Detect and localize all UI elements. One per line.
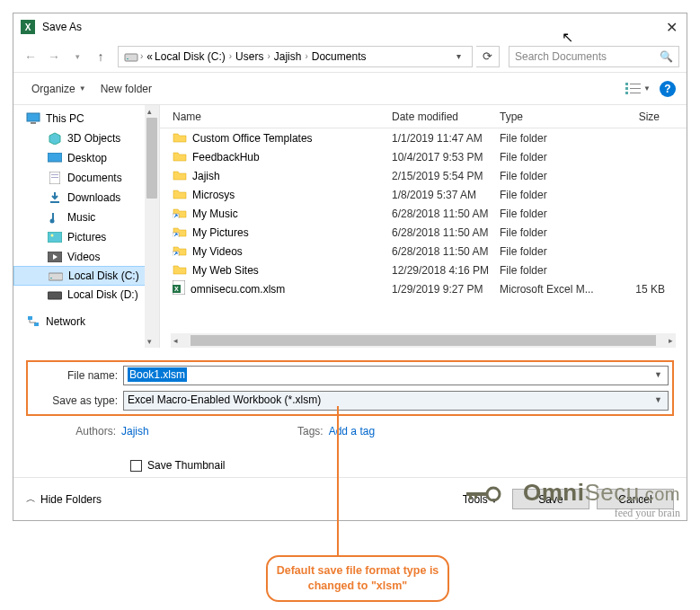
drive-icon xyxy=(49,270,63,282)
chevron-down-icon[interactable]: ▼ xyxy=(654,395,662,404)
navigation-bar: ← → ▾ ↑ « Local Disk (C:) Users Jajish D… xyxy=(13,40,687,73)
tree-this-pc[interactable]: This PC xyxy=(13,109,159,128)
desktop-icon xyxy=(48,152,62,164)
file-row[interactable]: My Web Sites12/29/2018 4:16 PMFile folde… xyxy=(160,261,687,279)
authors-value[interactable]: Jajish xyxy=(121,425,185,438)
file-name: My Web Sites xyxy=(192,264,259,277)
svg-rect-25 xyxy=(34,323,39,326)
file-name: Custom Office Templates xyxy=(192,132,313,145)
view-options-button[interactable]: ▼ xyxy=(625,79,651,99)
tree-local-disk-c[interactable]: Local Disk (C:) xyxy=(13,266,159,286)
svg-rect-34 xyxy=(469,492,472,499)
save-thumbnail-label: Save Thumbnail xyxy=(147,459,226,472)
file-list[interactable]: Name Date modified Type Size Custom Offi… xyxy=(160,105,687,348)
svg-rect-17 xyxy=(48,232,62,243)
file-type: File folder xyxy=(500,132,606,145)
hide-folders-button[interactable]: ︿ Hide Folders xyxy=(26,492,102,506)
metadata-row: Authors: Jajish Tags: Add a tag xyxy=(13,416,687,438)
svg-point-18 xyxy=(51,234,54,237)
filename-input[interactable]: Book1.xlsm▼ xyxy=(123,366,669,385)
col-size[interactable]: Size xyxy=(606,111,687,123)
drive-icon xyxy=(48,288,62,301)
new-folder-button[interactable]: New folder xyxy=(93,79,159,99)
file-date: 6/28/2018 11:50 AM xyxy=(392,245,500,258)
picture-icon xyxy=(48,231,62,243)
file-row[interactable]: Microsys1/8/2019 5:37 AMFile folder xyxy=(160,185,687,204)
file-type: File folder xyxy=(500,208,606,220)
folder-shortcut-icon xyxy=(173,225,187,240)
file-row[interactable]: My Music6/28/2018 11:50 AMFile folder xyxy=(160,204,687,223)
col-date[interactable]: Date modified xyxy=(392,111,500,123)
search-input[interactable]: Search Documents 🔍 xyxy=(509,46,679,67)
column-headers[interactable]: Name Date modified Type Size xyxy=(160,105,687,128)
folder-icon xyxy=(173,188,187,202)
cube-icon xyxy=(48,132,62,145)
save-as-dialog: Save As ✕ ← → ▾ ↑ « Local Disk (C:) User… xyxy=(13,13,687,521)
callout-line xyxy=(337,406,339,557)
file-name: My Videos xyxy=(192,245,243,258)
close-icon[interactable]: ✕ xyxy=(666,19,678,36)
tree-documents[interactable]: Documents xyxy=(13,168,159,188)
file-type: File folder xyxy=(500,245,606,258)
folder-icon xyxy=(173,263,187,278)
nav-tree[interactable]: This PC 3D Objects Desktop Documents Dow… xyxy=(13,105,160,348)
nav-forward-icon: → xyxy=(44,47,64,66)
svg-rect-4 xyxy=(625,92,628,94)
col-type[interactable]: Type xyxy=(500,111,606,123)
file-row[interactable]: Custom Office Templates1/1/2019 11:47 AM… xyxy=(160,128,687,147)
file-type: File folder xyxy=(500,226,606,239)
excel-file-icon: X xyxy=(173,280,185,297)
tags-value[interactable]: Add a tag xyxy=(329,425,411,438)
refresh-button[interactable]: ⟳ xyxy=(476,46,500,67)
breadcrumb-part[interactable]: Documents xyxy=(312,50,367,63)
tags-label: Tags: xyxy=(185,425,329,438)
svg-rect-15 xyxy=(50,201,59,203)
nav-back-icon[interactable]: ← xyxy=(21,47,40,66)
svg-rect-8 xyxy=(27,113,40,121)
svg-text:X: X xyxy=(174,286,179,292)
file-row[interactable]: Jajish2/15/2019 5:54 PMFile folder xyxy=(160,166,687,185)
file-name: My Music xyxy=(192,208,238,220)
folder-icon xyxy=(173,150,187,164)
col-name[interactable]: Name xyxy=(160,111,392,123)
nav-recent-dropdown[interactable]: ▾ xyxy=(67,47,87,66)
file-type: File folder xyxy=(500,170,606,182)
file-list-hscroll[interactable] xyxy=(171,333,676,348)
file-name: Microsys xyxy=(192,189,235,201)
svg-rect-35 xyxy=(474,492,477,499)
tree-3d-objects[interactable]: 3D Objects xyxy=(13,128,159,148)
file-row[interactable]: My Pictures6/28/2018 11:50 AMFile folder xyxy=(160,223,687,242)
breadcrumb-part[interactable]: Jajish xyxy=(274,50,302,63)
save-thumbnail-checkbox[interactable] xyxy=(130,460,142,472)
folder-icon xyxy=(173,169,187,183)
organize-button[interactable]: Organize▼ xyxy=(24,79,93,99)
svg-rect-9 xyxy=(31,122,36,124)
nav-up-icon[interactable]: ↑ xyxy=(91,47,111,66)
file-date: 6/28/2018 11:50 AM xyxy=(392,226,500,239)
help-icon[interactable]: ? xyxy=(660,81,676,97)
explorer-body: This PC 3D Objects Desktop Documents Dow… xyxy=(13,105,687,348)
file-date: 2/15/2019 5:54 PM xyxy=(392,170,500,182)
file-row[interactable]: Xomnisecu.com.xlsm1/29/2019 9:27 PMMicro… xyxy=(160,279,687,298)
file-row[interactable]: My Videos6/28/2018 11:50 AMFile folder xyxy=(160,242,687,261)
tree-scrollbar[interactable] xyxy=(145,105,159,348)
tree-network[interactable]: Network xyxy=(13,312,159,332)
command-bar: Organize▼ New folder ▼ ? xyxy=(13,73,687,105)
tree-videos[interactable]: Videos xyxy=(13,247,159,267)
folder-shortcut-icon xyxy=(173,244,187,259)
tree-music[interactable]: Music xyxy=(13,208,159,227)
address-dropdown-icon[interactable]: ▾ xyxy=(456,51,461,61)
tree-desktop[interactable]: Desktop xyxy=(13,148,159,168)
saveastype-select[interactable]: Excel Macro-Enabled Workbook (*.xlsm)▼ xyxy=(123,391,669,411)
file-row[interactable]: FeedbackHub10/4/2017 9:53 PMFile folder xyxy=(160,147,687,166)
file-size: 15 KB xyxy=(606,283,687,296)
chevron-down-icon[interactable]: ▼ xyxy=(654,370,662,379)
tree-local-disk-d[interactable]: Local Disk (D:) xyxy=(13,285,159,305)
breadcrumb-part[interactable]: Users xyxy=(235,50,263,63)
titlebar: Save As ✕ xyxy=(13,13,687,40)
breadcrumb-part[interactable]: Local Disk (C:) xyxy=(155,50,226,63)
tree-pictures[interactable]: Pictures xyxy=(13,227,159,247)
chevron-down-icon: ▼ xyxy=(79,84,86,93)
address-bar[interactable]: « Local Disk (C:) Users Jajish Documents… xyxy=(118,46,473,67)
tree-downloads[interactable]: Downloads xyxy=(13,188,159,208)
